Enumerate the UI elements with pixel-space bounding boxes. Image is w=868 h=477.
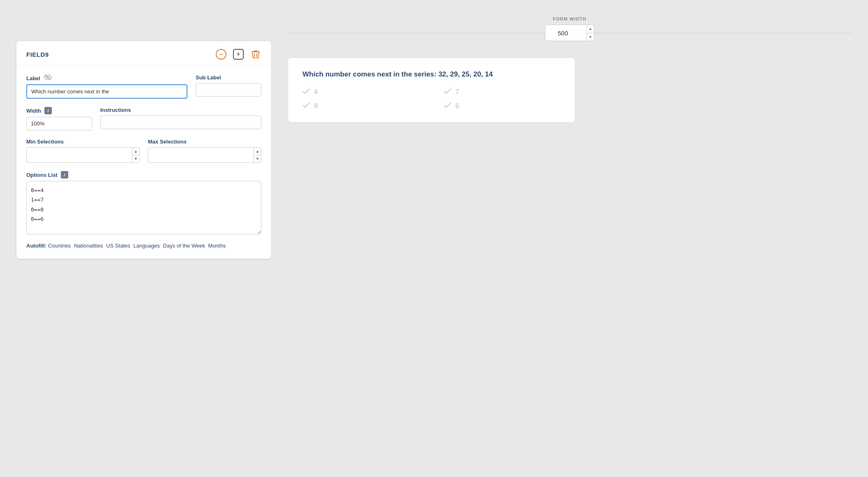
form-width-spinner-buttons: ▲ ▼: [586, 25, 594, 41]
field-card-header: FIELD9 − +: [16, 41, 271, 66]
form-width-spinner-down[interactable]: ▼: [587, 33, 594, 41]
autofill-nationalities[interactable]: Nationalities: [74, 243, 103, 249]
width-input[interactable]: [26, 117, 92, 130]
autofill-section: Autofill: Countries Nationalities US Sta…: [26, 241, 261, 250]
min-selections-input[interactable]: [27, 150, 132, 161]
autofill-text: Autofill: Countries Nationalities US Sta…: [26, 241, 261, 250]
field-card-body: Label Sub Label: [16, 66, 271, 259]
form-width-section: FORM WIDTH ▲ ▼: [288, 16, 852, 41]
min-selections-label: Min Selections: [26, 139, 140, 145]
minus-icon: −: [216, 49, 226, 60]
trash-icon: [250, 49, 261, 60]
min-selections-group: Min Selections ▲ ▼: [26, 139, 140, 163]
autofill-days[interactable]: Days of the Week: [163, 243, 205, 249]
options-list-info-icon[interactable]: i: [61, 171, 68, 178]
form-width-label: FORM WIDTH: [553, 16, 586, 21]
check-icon-2: [444, 88, 451, 96]
autofill-us-states[interactable]: US States: [106, 243, 130, 249]
field-card: FIELD9 − +: [16, 41, 271, 259]
visibility-icon[interactable]: [44, 74, 52, 82]
width-info-icon[interactable]: i: [44, 107, 52, 114]
form-width-input[interactable]: [545, 27, 586, 39]
max-selections-spinner: ▲ ▼: [148, 147, 261, 163]
max-selections-label: Max Selections: [148, 139, 261, 145]
preview-card: Which number comes next in the series: 3…: [288, 58, 575, 123]
instructions-input[interactable]: [100, 116, 261, 129]
option-value-4: 6: [455, 102, 459, 110]
label-sublabel-row: Label Sub Label: [26, 74, 261, 99]
preview-options: 4 7 8 6: [302, 88, 561, 110]
min-spinner-buttons: ▲ ▼: [132, 148, 139, 162]
sub-label-field-label: Sub Label: [196, 74, 261, 81]
width-label: Width: [26, 108, 41, 114]
label-group: Label: [26, 74, 187, 99]
preview-option-4: 6: [444, 102, 561, 110]
header-icons: − +: [215, 49, 261, 60]
option-value-3: 8: [314, 102, 318, 110]
options-list-textarea[interactable]: 0==4 1==7 0==8 0==6: [26, 181, 261, 234]
form-width-input-wrap: ▲ ▼: [545, 25, 594, 41]
preview-option-1: 4: [302, 88, 419, 96]
check-icon-1: [302, 88, 310, 96]
preview-option-2: 7: [444, 88, 561, 96]
options-list-group: Options List i 0==4 1==7 0==8 0==6: [26, 171, 261, 234]
form-width-line-right: [594, 33, 852, 33]
max-selections-input[interactable]: [148, 150, 254, 161]
preview-option-3: 8: [302, 102, 419, 110]
form-width-line-left: [288, 33, 545, 33]
max-spinner-up[interactable]: ▲: [254, 148, 261, 155]
field-title: FIELD9: [26, 51, 49, 58]
width-group: Width i: [26, 107, 92, 130]
form-width-container: ▲ ▼: [288, 25, 852, 41]
max-selections-group: Max Selections ▲ ▼: [148, 139, 261, 163]
autofill-countries[interactable]: Countries: [48, 243, 71, 249]
option-value-1: 4: [314, 88, 318, 96]
right-panel: FORM WIDTH ▲ ▼ Which number comes next i…: [288, 16, 852, 461]
instructions-label: Instructions: [100, 107, 261, 113]
width-instructions-row: Width i Instructions: [26, 107, 261, 130]
preview-question: Which number comes next in the series: 3…: [302, 70, 561, 79]
check-icon-3: [302, 102, 310, 110]
autofill-languages[interactable]: Languages: [134, 243, 160, 249]
autofill-label: Autofill:: [26, 243, 46, 249]
form-width-spinner-up[interactable]: ▲: [587, 25, 594, 33]
min-spinner-up[interactable]: ▲: [132, 148, 139, 155]
autofill-months[interactable]: Months: [208, 243, 226, 249]
min-max-row: Min Selections ▲ ▼ Max Selections: [26, 139, 261, 163]
left-panel: FIELD9 − +: [16, 16, 271, 461]
max-spinner-down[interactable]: ▼: [254, 155, 261, 163]
max-spinner-buttons: ▲ ▼: [254, 148, 261, 162]
options-list-label: Options List: [26, 172, 58, 178]
sub-label-input[interactable]: [196, 83, 261, 97]
plus-box-icon: +: [233, 49, 244, 60]
add-field-button[interactable]: +: [233, 49, 244, 60]
delete-field-button[interactable]: [250, 49, 261, 60]
option-value-2: 7: [455, 88, 459, 96]
min-spinner-down[interactable]: ▼: [132, 155, 139, 163]
label-header-row: Label: [26, 74, 187, 82]
sub-label-group: Sub Label: [196, 74, 261, 97]
min-selections-spinner: ▲ ▼: [26, 147, 140, 163]
check-icon-4: [444, 102, 451, 110]
label-field-label: Label: [26, 75, 40, 81]
instructions-group: Instructions: [100, 107, 261, 129]
collapse-button[interactable]: −: [215, 49, 227, 60]
label-input[interactable]: [26, 84, 187, 99]
